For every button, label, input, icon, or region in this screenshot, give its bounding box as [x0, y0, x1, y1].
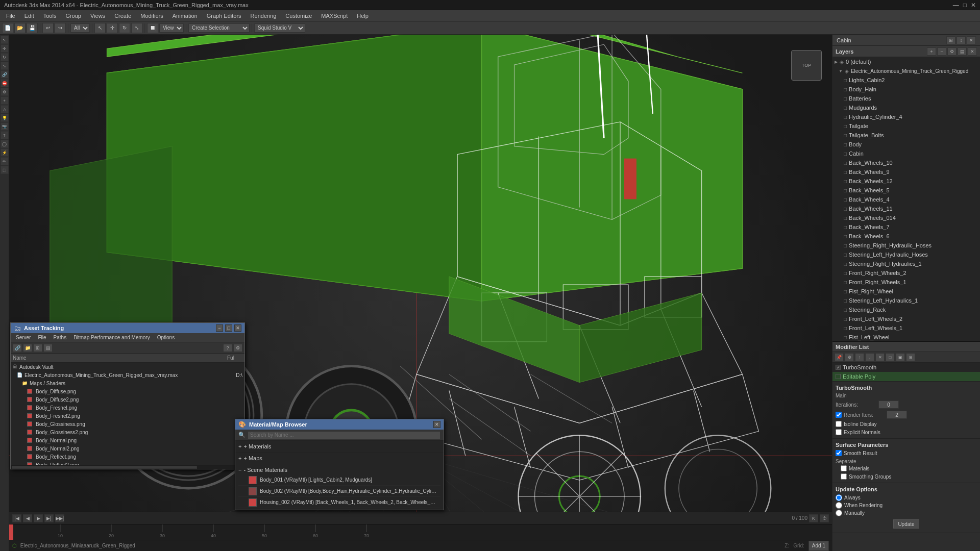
mod-icon-7[interactable]: ▣	[896, 353, 905, 361]
asset-menu-bitmap[interactable]: Bitmap Performance and Memory	[70, 335, 153, 340]
asset-body-normal[interactable]: Body_Normal.png	[11, 436, 244, 444]
asset-body-fresnel[interactable]: Body_Fresnel.png	[11, 404, 244, 412]
always-radio-label[interactable]: Always	[836, 494, 977, 501]
layer-bw9[interactable]: □ Back_Wheels_9	[832, 167, 980, 177]
maps-header[interactable]: + + Maps	[238, 454, 440, 463]
menu-rendering[interactable]: Rendering	[247, 12, 281, 20]
mod-icon-3[interactable]: ↑	[855, 353, 864, 361]
asset-tb6[interactable]: ⚙	[233, 344, 242, 352]
layer-frw1[interactable]: □ Front_Right_Wheels_1	[832, 278, 980, 287]
layer-new-btn[interactable]: +	[927, 47, 936, 56]
layer-delete-btn[interactable]: −	[937, 47, 946, 56]
minimize-btn[interactable]: —	[953, 2, 959, 9]
layer-flw2[interactable]: □ Front_Left_Wheels_2	[832, 314, 980, 323]
materials-check[interactable]	[841, 465, 847, 471]
layer-expand-icon2[interactable]: ▼	[839, 69, 843, 73]
asset-menu-file[interactable]: File	[35, 335, 49, 340]
manually-radio[interactable]	[836, 510, 842, 516]
asset-list[interactable]: 🏛 Autodesk Vault 📄 Electric_Autonomous_M…	[11, 363, 244, 465]
layer-lights-cabin2[interactable]: □ Lights_Cabin2	[832, 76, 980, 85]
asset-menu-options[interactable]: Options	[154, 335, 178, 340]
asset-vault[interactable]: 🏛 Autodesk Vault	[11, 363, 244, 371]
modifier-editable-poly[interactable]: Editable Poly	[832, 372, 980, 381]
menu-modifiers[interactable]: Modifiers	[136, 12, 167, 20]
layer-bw7[interactable]: □ Back_Wheels_7	[832, 222, 980, 232]
asset-main-file[interactable]: 📄 Electric_Autonomous_Mining_Truck_Green…	[11, 371, 244, 379]
update-button[interactable]: Update	[893, 519, 919, 529]
move-btn[interactable]: ✛	[107, 23, 118, 33]
layer-bw5[interactable]: □ Back_Wheels_5	[832, 186, 980, 195]
asset-body-reflect[interactable]: Body_Reflect.png	[11, 453, 244, 461]
menu-animation[interactable]: Animation	[168, 12, 202, 20]
save-btn[interactable]: 💾	[27, 23, 38, 33]
layer-frw2[interactable]: □ Front_Right_Wheels_2	[832, 268, 980, 278]
mod-icon-5[interactable]: ✕	[875, 353, 885, 361]
layer-item[interactable]: ▶ ◈ 0 (default)	[832, 57, 980, 66]
asset-scrollbar[interactable]	[12, 466, 197, 469]
tool-helper[interactable]: ?	[1, 131, 9, 139]
menu-help[interactable]: Help	[353, 12, 373, 20]
maximize-btn[interactable]: □	[963, 2, 967, 9]
menu-tools[interactable]: Tools	[39, 12, 61, 20]
layer-sr[interactable]: □ Steering_Rack	[832, 305, 980, 314]
menu-edit[interactable]: Edit	[20, 12, 38, 20]
undo-btn[interactable]: ↩	[42, 23, 54, 33]
menu-group[interactable]: Group	[61, 12, 85, 20]
layer-icon-2[interactable]: ↕	[957, 36, 966, 44]
when-rendering-radio[interactable]	[836, 502, 842, 509]
menu-maxscript[interactable]: MAXScript	[317, 12, 352, 20]
rotate-btn[interactable]: ↻	[119, 23, 130, 33]
asset-tb5[interactable]: ?	[223, 344, 232, 352]
asset-tb3[interactable]: ⊞	[33, 344, 42, 352]
layer-tailgate[interactable]: □ Tailgate	[832, 121, 980, 131]
isoline-check[interactable]	[836, 421, 842, 427]
asset-body-reflect2[interactable]: Body_Reflect2.png	[11, 461, 244, 465]
mod-icon-4[interactable]: ↓	[865, 353, 874, 361]
layer-slh1[interactable]: □ Steering_Left_Hydraulics_1	[832, 296, 980, 305]
layer-body-hain[interactable]: □ Body_Hain	[832, 85, 980, 94]
asset-body-gloss2[interactable]: Body_Glossiness2.png	[11, 428, 244, 436]
keyframe-track[interactable]: 10 20 30 40 50 60 70	[9, 524, 832, 540]
timeline-prev-btn[interactable]: ◀	[23, 514, 32, 522]
tool-paint[interactable]: ✏	[1, 157, 9, 165]
menu-views[interactable]: Views	[86, 12, 109, 20]
asset-menu-paths[interactable]: Paths	[51, 335, 70, 340]
menu-create[interactable]: Create	[110, 12, 135, 20]
tool-scale[interactable]: ⤡	[1, 62, 9, 70]
ref-coord-select[interactable]: View	[159, 23, 184, 33]
mat-body001[interactable]: Body_001 (VRayMtl) [Lights_Cabin2, Mudgu…	[238, 474, 440, 486]
mod-icon-1[interactable]: 📌	[835, 353, 844, 361]
render-iters-check[interactable]	[836, 412, 842, 418]
tool-create[interactable]: +	[1, 96, 9, 105]
new-btn[interactable]: 📄	[2, 23, 13, 33]
scene-materials-header[interactable]: − - Scene Materials	[238, 465, 440, 474]
asset-minimize-btn[interactable]: −	[216, 324, 223, 332]
iterations-input[interactable]	[878, 400, 899, 409]
tool-light[interactable]: 💡	[1, 114, 9, 122]
layer-bw12[interactable]: □ Back_Wheels_12	[832, 177, 980, 186]
close-btn[interactable]: ✕	[971, 2, 976, 9]
asset-body-gloss[interactable]: Body_Glossiness.png	[11, 420, 244, 428]
key-mode-btn[interactable]: K	[809, 514, 818, 522]
layer-flw1[interactable]: □ Front_Left_Wheels_1	[832, 323, 980, 333]
asset-body-fresnel2[interactable]: Body_Fresnel2.png	[11, 412, 244, 420]
layer-cabin[interactable]: □ Cabin	[832, 149, 980, 158]
modifier-turbosmooth[interactable]: ✓ TurboSmooth	[832, 363, 980, 372]
open-btn[interactable]: 📂	[14, 23, 26, 33]
menu-graph-editors[interactable]: Graph Editors	[203, 12, 246, 20]
mod-icon-8[interactable]: ⊞	[906, 353, 915, 361]
materials-header[interactable]: + + Materials	[238, 442, 440, 451]
navigation-cube[interactable]: TOP	[791, 50, 822, 81]
layer-icon-1[interactable]: ⊞	[946, 36, 955, 44]
mat-housing002[interactable]: Housing_002 (VRayMtl) [Back_Wheels_1, Ba…	[238, 497, 440, 508]
tool-shape[interactable]: △	[1, 105, 9, 113]
layer-hydraulic4[interactable]: □ Hydraulic_Cylinder_4	[832, 112, 980, 121]
asset-body-diff[interactable]: Body_Diffuse.png	[11, 387, 244, 395]
select-btn[interactable]: ↖	[94, 23, 106, 33]
tool-link[interactable]: 🔗	[1, 70, 9, 79]
layer-expand-btn[interactable]: ▤	[958, 47, 967, 56]
tool-space[interactable]: ◯	[1, 140, 9, 148]
layer-bw4[interactable]: □ Back_Wheels_4	[832, 195, 980, 204]
timeline-end-btn[interactable]: ▶▶|	[55, 514, 64, 522]
layer-mudguards[interactable]: □ Mudguards	[832, 103, 980, 112]
